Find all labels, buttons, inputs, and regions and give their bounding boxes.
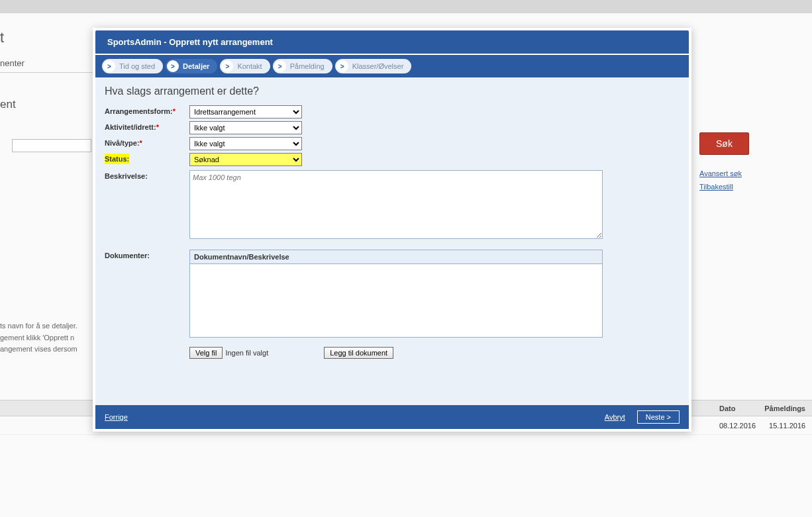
label-aktivitet: Aktivitet/idrett:* [105, 121, 189, 131]
row-dokumenter: Dokumenter: Dokumentnavn/Beskrivelse Vel… [105, 250, 680, 359]
advanced-search-link[interactable]: Avansert søk [699, 169, 786, 177]
col-pamelding: Påmeldings [758, 402, 812, 415]
step-detaljer[interactable]: > Detaljer [166, 59, 217, 73]
label-beskrivelse: Beskrivelse: [105, 170, 189, 180]
step-label: Kontakt [237, 62, 262, 70]
modal-footer: Forrige Avbryt Neste > [95, 405, 689, 429]
step-label: Klasser/Øvelser [352, 62, 404, 70]
label-status: Status: [105, 153, 189, 163]
row-aktivitet: Aktivitet/idrett:* Ikke valgt [105, 121, 680, 136]
modal-body: Hva slags arrangement er dette? Arrangem… [95, 77, 689, 405]
cell-dato: 08.12.2016 [713, 419, 762, 432]
file-status-label: Ingen fil valgt [225, 349, 268, 357]
row-beskrivelse: Beskrivelse: [105, 170, 680, 240]
add-document-button[interactable]: Legg til dokument [324, 347, 393, 359]
row-status: Status: Søknad [105, 153, 680, 167]
help-line: angement vises dersom [0, 344, 99, 355]
top-bar [0, 0, 812, 13]
page-heading-fragment: t [0, 29, 4, 46]
col-dato: Dato [713, 402, 758, 415]
prev-link[interactable]: Forrige [105, 413, 128, 421]
documents-header: Dokumentnavn/Beskrivelse [190, 250, 602, 264]
label-niva: Nivå/type:* [105, 137, 189, 147]
page-sub2-fragment: ent [0, 98, 16, 111]
step-label: Detaljer [183, 62, 209, 70]
select-arrangementsform[interactable]: Idrettsarrangement [189, 105, 302, 118]
section-title: Hva slags arrangement er dette? [105, 85, 680, 97]
chevron-right-icon: > [274, 60, 286, 72]
step-label: Påmelding [290, 62, 325, 70]
page-sub-fragment: nenter [0, 58, 93, 73]
documents-body [190, 264, 602, 337]
cancel-link[interactable]: Avbryt [605, 413, 625, 421]
modal-title: SportsAdmin - Opprett nytt arrangement [95, 30, 689, 54]
step-pamelding[interactable]: > Påmelding [273, 59, 332, 73]
help-text: ts navn for å se detaljer. gement klikk … [0, 320, 99, 355]
textarea-beskrivelse[interactable] [189, 170, 603, 239]
label-dokumenter: Dokumenter: [105, 250, 189, 259]
right-panel: Søk Avansert søk Tilbakestill [699, 132, 786, 191]
help-line: ts navn for å se detaljer. [0, 320, 99, 332]
row-arrangementsform: Arrangementsform:* Idrettsarrangement [105, 105, 680, 120]
next-button[interactable]: Neste > [637, 410, 680, 424]
step-kontakt[interactable]: > Kontakt [220, 59, 270, 73]
select-status[interactable]: Søknad [189, 153, 302, 166]
create-event-modal: SportsAdmin - Opprett nytt arrangement >… [93, 28, 691, 432]
wizard-steps: > Tid og sted > Detaljer > Kontakt > Påm… [95, 55, 689, 77]
step-label: Tid og sted [119, 62, 155, 70]
help-line: gement klikk 'Opprett n [0, 332, 99, 344]
select-niva[interactable]: Ikke valgt [189, 137, 302, 150]
search-button[interactable]: Søk [699, 132, 749, 155]
reset-link[interactable]: Tilbakestill [699, 183, 786, 191]
file-upload-row: Velg fil Ingen fil valgt Legg til dokume… [189, 347, 603, 359]
chevron-right-icon: > [221, 60, 233, 72]
step-klasser[interactable]: > Klasser/Øvelser [335, 59, 412, 73]
row-niva: Nivå/type:* Ikke valgt [105, 137, 680, 152]
choose-file-button[interactable]: Velg fil [189, 347, 223, 359]
label-arrangementsform: Arrangementsform:* [105, 105, 189, 115]
documents-table: Dokumentnavn/Beskrivelse [189, 250, 603, 338]
chevron-right-icon: > [336, 60, 348, 72]
step-tid-og-sted[interactable]: > Tid og sted [102, 59, 163, 73]
search-input[interactable] [12, 139, 91, 152]
select-aktivitet[interactable]: Ikke valgt [189, 121, 302, 134]
chevron-right-icon: > [103, 60, 115, 72]
chevron-right-icon: > [167, 60, 179, 72]
cell-pamelding: 15.11.2016 [762, 419, 812, 432]
